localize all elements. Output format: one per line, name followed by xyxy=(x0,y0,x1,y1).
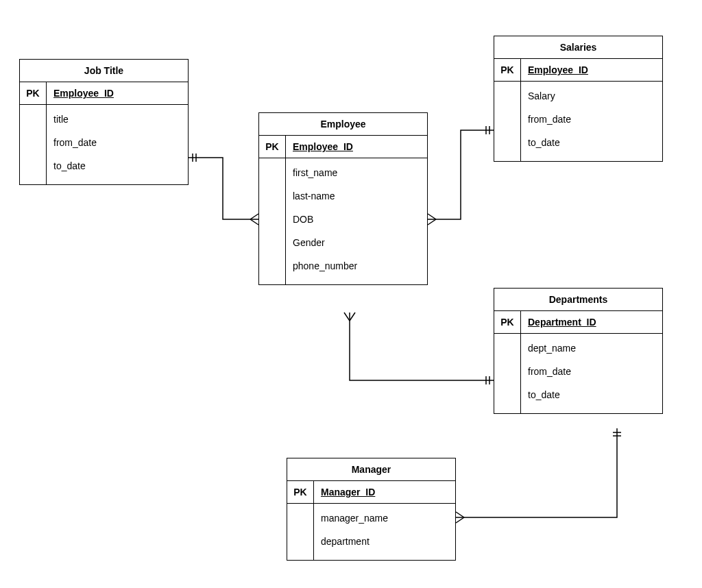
pk-label: PK xyxy=(494,59,521,81)
entity-salaries: Salaries PK Employee_ID Salary from_date… xyxy=(494,36,663,162)
attrs-row: title from_date to_date xyxy=(20,105,188,184)
pk-field: Department_ID xyxy=(521,311,662,333)
attr: manager_name xyxy=(321,506,448,530)
rel-jobtitle-employee xyxy=(189,158,258,219)
entity-title: Salaries xyxy=(494,36,662,59)
card-many-foot xyxy=(428,214,436,219)
attr: first_name xyxy=(293,161,420,184)
attr: Salary xyxy=(528,84,655,108)
attr: DOB xyxy=(293,208,420,231)
attrs-row: manager_name department xyxy=(287,504,455,560)
entity-title: Job Title xyxy=(20,60,188,82)
card-many-foot xyxy=(456,517,464,523)
rel-departments-manager xyxy=(456,428,617,517)
card-many-foot xyxy=(456,512,464,517)
entity-manager: Manager PK Manager_ID manager_name depar… xyxy=(287,458,456,561)
attrs-list: Salary from_date to_date xyxy=(521,82,662,161)
attrs-list: first_name last-name DOB Gender phone_nu… xyxy=(286,158,427,284)
pk-label: PK xyxy=(259,136,286,158)
attrs-list: dept_name from_date to_date xyxy=(521,334,662,413)
pk-field: Employee_ID xyxy=(521,59,662,81)
rel-salaries-employee xyxy=(428,130,494,219)
card-many-foot xyxy=(250,214,258,219)
attrs-row: dept_name from_date to_date xyxy=(494,334,662,413)
pk-row: PK Department_ID xyxy=(494,311,662,334)
attrs-left-gutter xyxy=(287,504,314,560)
pk-label: PK xyxy=(287,481,314,503)
attr: Gender xyxy=(293,231,420,254)
entity-departments: Departments PK Department_ID dept_name f… xyxy=(494,288,663,414)
attrs-row: Salary from_date to_date xyxy=(494,82,662,161)
attr: last-name xyxy=(293,184,420,208)
pk-field: Employee_ID xyxy=(286,136,427,158)
card-many-foot xyxy=(428,219,436,225)
pk-row: PK Employee_ID xyxy=(494,59,662,82)
entity-title: Employee xyxy=(259,113,427,136)
attrs-row: first_name last-name DOB Gender phone_nu… xyxy=(259,158,427,284)
attrs-left-gutter xyxy=(20,105,47,184)
attrs-list: title from_date to_date xyxy=(47,105,188,184)
card-many-foot xyxy=(250,219,258,225)
pk-label: PK xyxy=(494,311,521,333)
attr: department xyxy=(321,530,448,553)
attr: to_date xyxy=(528,131,655,154)
pk-row: PK Employee_ID xyxy=(259,136,427,158)
attr: title xyxy=(53,108,181,131)
attr: from_date xyxy=(53,131,181,154)
pk-field: Employee_ID xyxy=(47,82,188,104)
card-many-foot xyxy=(344,313,350,321)
attr: from_date xyxy=(528,108,655,131)
attr: phone_number xyxy=(293,254,420,278)
attrs-left-gutter xyxy=(494,334,521,413)
entity-title: Departments xyxy=(494,289,662,311)
attrs-left-gutter xyxy=(494,82,521,161)
attr: to_date xyxy=(528,383,655,406)
entity-employee: Employee PK Employee_ID first_name last-… xyxy=(258,112,428,285)
attr: dept_name xyxy=(528,336,655,360)
entity-title: Manager xyxy=(287,458,455,481)
attrs-list: manager_name department xyxy=(314,504,455,560)
pk-field: Manager_ID xyxy=(314,481,455,503)
pk-label: PK xyxy=(20,82,47,104)
attrs-left-gutter xyxy=(259,158,286,284)
rel-departments-employee xyxy=(350,313,494,380)
pk-row: PK Manager_ID xyxy=(287,481,455,504)
card-many-foot xyxy=(350,313,355,321)
attr: to_date xyxy=(53,154,181,177)
entity-job-title: Job Title PK Employee_ID title from_date… xyxy=(19,59,189,185)
pk-row: PK Employee_ID xyxy=(20,82,188,105)
attr: from_date xyxy=(528,360,655,383)
